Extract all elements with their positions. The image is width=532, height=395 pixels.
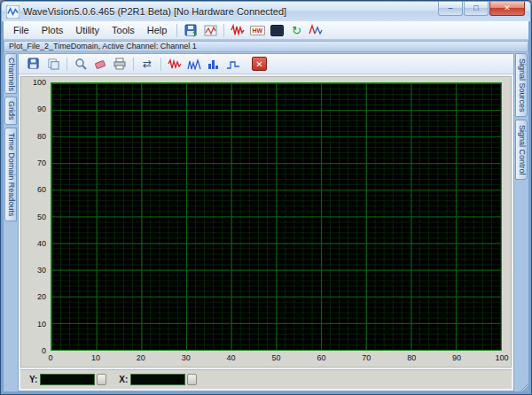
copy-plot-button[interactable] bbox=[44, 56, 62, 73]
save-icon bbox=[27, 58, 40, 70]
hw-button[interactable]: HW bbox=[248, 22, 266, 39]
plot-window-caption[interactable]: Plot_File_2_TimeDomain, Active Channel: … bbox=[4, 41, 528, 52]
toolbar-separator bbox=[66, 58, 67, 71]
x-tick-label: 100 bbox=[495, 353, 508, 362]
plot-wrap: 0102030405060708090100 01020304050607080… bbox=[25, 82, 502, 351]
step-icon bbox=[226, 58, 240, 70]
y-tick-label: 0 bbox=[42, 346, 46, 355]
window-title: WaveVision5.0.6.465 (P2R1 Beta) [No Hard… bbox=[23, 6, 286, 17]
waveform-icon bbox=[231, 24, 245, 36]
histogram-view-button[interactable] bbox=[205, 56, 223, 73]
peaks-icon bbox=[187, 58, 201, 70]
zoom-tool-button[interactable] bbox=[72, 56, 90, 73]
waveform-button[interactable] bbox=[229, 22, 246, 39]
toolbar-separator bbox=[133, 58, 134, 71]
workspace: Channels Grids Time Domain Readouts Sign… bbox=[4, 53, 528, 391]
tab-time-domain-readouts[interactable]: Time Domain Readouts bbox=[4, 128, 17, 221]
y-tick-label: 70 bbox=[37, 159, 46, 167]
x-tick-label: 0 bbox=[48, 353, 52, 362]
fft-icon bbox=[309, 24, 323, 36]
save-button[interactable] bbox=[182, 22, 200, 39]
refresh-button[interactable]: ↻ bbox=[287, 22, 305, 39]
y-tick-label: 50 bbox=[37, 213, 46, 221]
waveform-view-button[interactable] bbox=[166, 56, 184, 73]
y-readout-label: Y: bbox=[29, 375, 37, 384]
resize-grip[interactable] bbox=[519, 382, 529, 392]
y-readout-options-button[interactable] bbox=[97, 374, 106, 385]
plot-toolbar: ⇄ bbox=[19, 54, 513, 74]
plot-canvas[interactable] bbox=[51, 82, 502, 351]
exchange-icon: ⇄ bbox=[143, 58, 152, 69]
right-tab-column: Signal Sources Signal Control bbox=[515, 53, 528, 391]
histogram-icon bbox=[207, 58, 221, 70]
x-axis-ticks: 0102030405060708090100 bbox=[51, 352, 502, 364]
samples-icon bbox=[270, 25, 284, 36]
x-tick-label: 60 bbox=[317, 353, 325, 362]
menu-file[interactable]: File bbox=[7, 23, 35, 37]
x-tick-label: 20 bbox=[137, 353, 145, 362]
x-tick-label: 30 bbox=[182, 353, 191, 362]
toolbar-separator bbox=[223, 24, 224, 37]
copy-icon bbox=[47, 58, 59, 70]
print-button[interactable] bbox=[111, 56, 129, 73]
menu-utility[interactable]: Utility bbox=[69, 23, 106, 37]
minimize-button[interactable]: – bbox=[438, 2, 463, 16]
x-tick-label: 90 bbox=[452, 353, 461, 362]
readout-bar: Y: X: bbox=[20, 369, 512, 389]
printer-icon bbox=[113, 58, 126, 70]
close-plot-button[interactable]: ✕ bbox=[252, 57, 267, 71]
maximize-button[interactable]: □ bbox=[464, 2, 489, 16]
menu-help[interactable]: Help bbox=[141, 23, 174, 37]
save-plot-button[interactable] bbox=[25, 56, 43, 73]
peaks-view-button[interactable] bbox=[185, 56, 203, 73]
fft-button[interactable] bbox=[307, 22, 325, 39]
tab-signal-control[interactable]: Signal Control bbox=[515, 120, 528, 180]
tab-grids[interactable]: Grids bbox=[4, 97, 17, 125]
magnifier-icon bbox=[74, 58, 87, 70]
title-bar[interactable]: WaveVision5.0.6.465 (P2R1 Beta) [No Hard… bbox=[2, 2, 530, 21]
waveform-icon bbox=[168, 58, 182, 70]
menu-tools[interactable]: Tools bbox=[106, 23, 141, 37]
y-tick-label: 10 bbox=[37, 320, 46, 329]
y-tick-label: 80 bbox=[37, 132, 46, 141]
tab-signal-sources[interactable]: Signal Sources bbox=[515, 53, 528, 117]
menu-plots[interactable]: Plots bbox=[35, 23, 69, 37]
x-readout-display bbox=[130, 374, 185, 385]
plot-window: ⇄ bbox=[18, 53, 514, 391]
y-readout-display bbox=[40, 374, 95, 385]
toolbar-separator bbox=[160, 58, 161, 71]
samples-button[interactable] bbox=[268, 22, 286, 39]
y-tick-label: 40 bbox=[37, 239, 46, 248]
capture-icon bbox=[204, 24, 217, 37]
y-tick-label: 60 bbox=[37, 185, 46, 194]
left-tab-column: Channels Grids Time Domain Readouts bbox=[4, 53, 17, 391]
x-tick-label: 70 bbox=[362, 353, 371, 362]
close-button[interactable]: ✕ bbox=[489, 2, 525, 16]
x-tick-label: 80 bbox=[407, 353, 416, 362]
y-tick-label: 20 bbox=[37, 292, 46, 301]
y-tick-label: 100 bbox=[33, 78, 46, 87]
erase-button[interactable] bbox=[91, 56, 109, 73]
x-tick-label: 40 bbox=[227, 353, 236, 362]
menu-bar: File Plots Utility Tools Help bbox=[4, 21, 528, 40]
step-view-button[interactable] bbox=[224, 56, 242, 73]
capture-button[interactable] bbox=[201, 22, 219, 39]
caption-buttons: – □ ✕ bbox=[437, 2, 525, 16]
refresh-icon: ↻ bbox=[292, 25, 301, 36]
app-window: WaveVision5.0.6.465 (P2R1 Beta) [No Hard… bbox=[0, 0, 532, 395]
x-tick-label: 50 bbox=[271, 353, 280, 362]
export-data-button[interactable]: ⇄ bbox=[138, 56, 156, 73]
hw-icon: HW bbox=[250, 26, 266, 35]
y-tick-label: 30 bbox=[37, 266, 46, 275]
y-axis-ticks: 0102030405060708090100 bbox=[25, 82, 49, 351]
y-tick-label: 90 bbox=[37, 105, 46, 113]
x-tick-label: 10 bbox=[91, 353, 100, 362]
tab-channels[interactable]: Channels bbox=[4, 53, 17, 94]
toolbar-separator bbox=[176, 24, 177, 37]
x-readout-options-button[interactable] bbox=[187, 374, 197, 385]
x-readout-label: X: bbox=[119, 375, 128, 384]
app-logo-icon bbox=[6, 5, 20, 19]
eraser-icon bbox=[94, 58, 106, 70]
plot-area: 0102030405060708090100 01020304050607080… bbox=[20, 76, 512, 368]
save-icon bbox=[184, 24, 198, 37]
